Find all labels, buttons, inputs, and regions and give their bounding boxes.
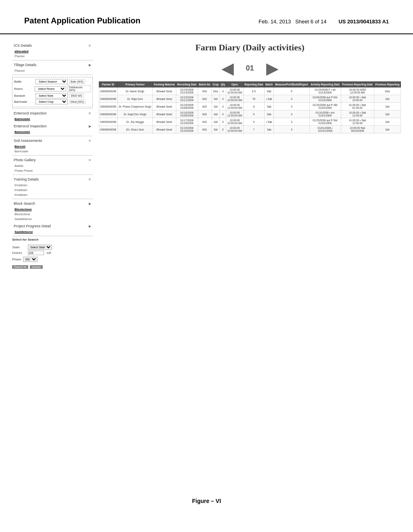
ics-sub-allocated[interactable]: allocated xyxy=(15,49,93,54)
sidebar-item-training[interactable]: Training Details ✕ xyxy=(12,176,93,183)
cell-farmer-id: 04693640098 xyxy=(99,110,118,118)
col-header-prev-date: Previous Reporting Date xyxy=(341,82,374,87)
district-extra: 103 xyxy=(46,251,51,254)
cell-farmer-id: 04693640098 xyxy=(99,118,118,126)
cell-batch: 843 xyxy=(198,103,211,110)
block-sub-item3[interactable]: Saddlebone xyxy=(15,217,93,221)
district-label: District xyxy=(12,251,26,255)
ics-close-icon[interactable]: ✕ xyxy=(88,44,91,48)
dotted-value-2: Dabbauser (WS) xyxy=(67,85,91,92)
divider-6 xyxy=(12,175,93,175)
header-right: Feb. 14, 2013 Sheet 6 of 14 US 2013/0041… xyxy=(250,19,389,25)
col-header-prev-label: Previous Reporting xyxy=(374,82,400,87)
cell-measure: 5 xyxy=(274,87,309,95)
page-header: Patent Application Publication Feb. 14, … xyxy=(0,0,413,34)
col-header-primary-farmer: Primary Farmer xyxy=(117,82,152,87)
form-select-rivers[interactable]: Select Rivers xyxy=(35,86,66,91)
cell-crop: Saf xyxy=(211,126,220,133)
dotted-value-4: Meal (WS) xyxy=(69,100,86,104)
next-arrow[interactable]: ▶ xyxy=(266,59,279,77)
cell-crop: Saf xyxy=(211,95,220,103)
cell-prev-date: 10:00:00 • 5ab12:00:00 xyxy=(341,110,374,118)
table-row: 04693640098 Dr. Raja Soni Bhwaet Seed 01… xyxy=(99,95,401,103)
cell-record-date: 01/17/200801/16/2008 xyxy=(176,118,198,126)
subset-button[interactable]: Subset xyxy=(30,265,43,269)
enterocol-sub-batmobile1[interactable]: Batmobile xyxy=(15,117,93,121)
cell-record-date: 01/15/200801/14/2008 xyxy=(176,87,198,95)
tillage-sub-planed[interactable]: Planed xyxy=(15,69,93,73)
photo-sub-phala-phase[interactable]: Phala Phase xyxy=(15,168,93,173)
cell-primary-farmer: Dr. Jha Sargga xyxy=(117,118,152,126)
tillage-expand-icon[interactable]: ▶ xyxy=(89,63,91,67)
soil-sub-barricade[interactable]: Barricade xyxy=(15,149,93,154)
block-sub-item[interactable]: Blockclone xyxy=(15,207,93,212)
district-input[interactable] xyxy=(28,251,44,255)
sidebar-section-project: Project Progress Detail ▶ Saddlebone xyxy=(12,223,93,234)
cell-prev-label: Saf xyxy=(374,103,400,110)
training-close-icon[interactable]: ✕ xyxy=(88,178,91,181)
prev-arrow[interactable]: ◀ xyxy=(221,59,234,77)
phase-select[interactable]: WS xyxy=(23,257,38,262)
sidebar: ICS Details ✕ allocated Planter Tillage … xyxy=(12,42,93,478)
cell-prev-date: 10:00:00 5ab30/10/2008 xyxy=(341,126,374,133)
cell-measure: 3 xyxy=(274,103,309,110)
training-sub-khatbam2[interactable]: Khatbam xyxy=(15,188,93,192)
training-sub-khatbam[interactable]: Khatbam xyxy=(15,183,93,187)
cell-measure: 3 xyxy=(274,110,309,118)
photo-close-icon[interactable]: ✕ xyxy=(88,158,91,162)
sidebar-section-tillage: Tillage Details ▶ Planed xyxy=(12,62,93,73)
cell-report-batch: • 5ab xyxy=(265,118,274,126)
sidebar-item-enterocol1[interactable]: Enterocol Inspection ✕ xyxy=(12,110,93,116)
cell-prev-label: Saf xyxy=(374,110,400,118)
search-button[interactable]: Search fa xyxy=(12,265,28,269)
ics-sub-options: allocated Planter xyxy=(12,49,93,58)
patent-date: Feb. 14, 2013 Sheet 6 of 14 xyxy=(259,19,326,25)
col-header-report-batch: Batch xyxy=(265,82,274,87)
sidebar-item-project[interactable]: Project Progress Detail ▶ xyxy=(12,223,93,229)
table-row: 04693640098 Dr. Phase Chaperone Singh Bh… xyxy=(99,103,401,110)
cell-report-batch: 3ab xyxy=(265,126,274,133)
form-select-note[interactable]: Select Note xyxy=(35,93,68,98)
state-section: State Select State District 103 xyxy=(12,245,93,255)
enterocol1-close-icon[interactable]: ✕ xyxy=(88,112,91,115)
cell-open: 10:00:0012:00:00 AM xyxy=(226,103,243,110)
sidebar-item-block[interactable]: Block Search ▶ xyxy=(12,200,93,207)
cell-material: Bhwaet Seed xyxy=(152,103,176,110)
col-header-qty: Qty xyxy=(220,82,226,87)
cell-open: 10:00:0010:00:00 AM xyxy=(226,95,243,103)
enterocol2-sub: Batmobile xyxy=(12,130,93,134)
cell-primary-farmer: Dr. Phase Chaperone Singh xyxy=(117,103,152,110)
cell-material: Bhwaet Seed xyxy=(152,95,176,103)
form-select-crop[interactable]: Select Crop xyxy=(35,99,68,104)
divider-8 xyxy=(12,236,93,236)
photo-sub-batilla[interactable]: Batilla xyxy=(15,164,93,168)
sidebar-item-soil[interactable]: Soil Assessments ✕ xyxy=(12,137,93,144)
training-sub-khatbam3[interactable]: Khatbam xyxy=(15,193,93,197)
table-row: 04693640098 Dr. Name Singh Bhwaet Seed 0… xyxy=(99,87,401,95)
divider-3 xyxy=(12,108,93,109)
cell-prev-date: 10:00:00 • 5ab10:00:00 xyxy=(341,95,374,103)
cell-report-batch: 3ab xyxy=(265,110,274,118)
dotted-value-1: Bale (WS) xyxy=(69,79,85,84)
project-sub-saddlebone[interactable]: Saddlebone xyxy=(15,230,93,234)
cell-record-date: 01/15/200801/10/2008 xyxy=(176,126,198,133)
soil-close-icon[interactable]: ✕ xyxy=(88,139,91,143)
ics-sub-planter[interactable]: Planter xyxy=(15,54,93,58)
soil-sub-barssh[interactable]: Barssh xyxy=(15,144,93,149)
state-select[interactable]: Select State xyxy=(28,245,52,250)
block-expand-icon[interactable]: ▶ xyxy=(89,202,91,206)
sidebar-item-enterocol2[interactable]: Enterocol Inspection ▶ xyxy=(12,123,93,129)
enterocol-sub-batmobile2[interactable]: Batmobile xyxy=(15,130,93,134)
sidebar-item-photo[interactable]: Photo Gallery ✕ xyxy=(12,157,93,163)
sidebar-section-training: Training Details ✕ Khatbam Khatbam Khatb… xyxy=(12,176,93,197)
enterocol2-expand-icon[interactable]: ▶ xyxy=(89,125,91,128)
sidebar-section-enterocol2: Enterocol Inspection ▶ Batmobile xyxy=(12,123,93,134)
sidebar-item-tillage[interactable]: Tillage Details ▶ xyxy=(12,62,93,68)
block-sub-item2[interactable]: Blockclone xyxy=(15,212,93,216)
form-select-season[interactable]: Select Season xyxy=(35,79,68,84)
sidebar-item-ics-details[interactable]: ICS Details ✕ xyxy=(12,42,93,49)
sidebar-section-photo: Photo Gallery ✕ Batilla Phala Phase xyxy=(12,157,93,173)
project-expand-icon[interactable]: ▶ xyxy=(89,224,91,228)
cell-report-date: 0.5 xyxy=(243,87,264,95)
cell-report-batch: • 5ab xyxy=(265,95,274,103)
